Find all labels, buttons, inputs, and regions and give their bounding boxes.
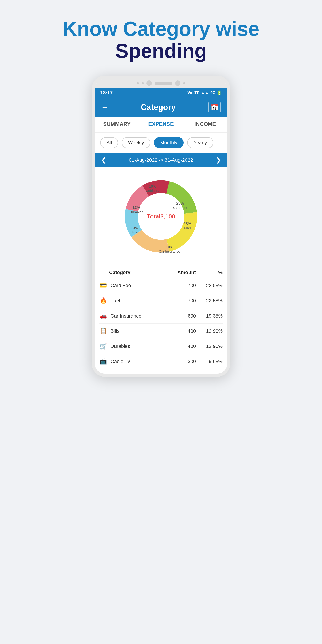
amt-cell: 700 xyxy=(169,298,196,304)
cat-cell: 🚗 Car Insurance xyxy=(99,312,169,319)
cat-cell: 💳 Card Fee xyxy=(99,282,169,289)
date-range-label: 01-Aug-2022 -> 31-Aug-2022 xyxy=(129,157,193,163)
dot-large xyxy=(146,80,152,86)
header-percent: % xyxy=(196,270,223,276)
label-fuel: 23% xyxy=(184,222,191,226)
page-heading: Know Category wise Spending xyxy=(62,18,260,62)
header-amount: Amount xyxy=(169,270,196,276)
dot-camera xyxy=(175,80,180,86)
app-title: Category xyxy=(141,103,176,112)
battery-icon: 🔋 xyxy=(217,90,222,95)
table-row: 🚗 Car Insurance 600 19.35% xyxy=(99,308,223,324)
cat-name: Bills xyxy=(110,328,120,334)
signal-icon: ▲▲ xyxy=(201,90,209,95)
cat-name: Card Fee xyxy=(110,283,131,288)
label-fuel-name: Fuel xyxy=(184,226,191,230)
label-card-fee: 23% xyxy=(176,201,184,206)
table-row: 🛒 Durables 400 12.90% xyxy=(99,339,223,354)
table-header: Category Amount % xyxy=(99,266,223,278)
volte-icon: VoLTE xyxy=(188,90,200,95)
donut-svg: 23% Card Fee 23% Fuel 19% Car Insurance … xyxy=(118,174,204,259)
cat-cell: 🛒 Durables xyxy=(99,343,169,350)
label-car-ins: 19% xyxy=(166,245,173,249)
cat-cell: 🔥 Fuel xyxy=(99,297,169,304)
pct-cell: 19.35% xyxy=(196,313,223,319)
date-range-bar: ❮ 01-Aug-2022 -> 31-Aug-2022 ❯ xyxy=(95,153,227,167)
pct-cell: 9.68% xyxy=(196,359,223,364)
label-card-fee-name: Card Fee xyxy=(173,206,187,210)
label-car-ins-name: Car Insurance xyxy=(159,250,180,253)
tab-bar: SUMMARY EXPENSE INCOME xyxy=(95,116,227,132)
amt-cell: 400 xyxy=(169,328,196,334)
table-row: 📋 Bills 400 12.90% xyxy=(99,324,223,339)
app-header: ← Category 📅 xyxy=(95,98,227,116)
phone-mockup: 18:17 VoLTE ▲▲ 4G 🔋 ← Category 📅 SUMMARY… xyxy=(92,76,230,377)
chart-area: 23% Card Fee 23% Fuel 19% Car Insurance … xyxy=(95,167,227,266)
label-durables-name: Durables xyxy=(130,210,143,214)
back-button[interactable]: ← xyxy=(101,103,108,111)
next-date-button[interactable]: ❯ xyxy=(216,156,221,164)
table-row: 💳 Card Fee 700 22.58% xyxy=(99,278,223,293)
heading-line1: Know Category wise xyxy=(62,18,260,40)
pct-cell: 22.58% xyxy=(196,298,223,304)
label-bills: 13% xyxy=(131,226,138,230)
cat-cell: 📋 Bills xyxy=(99,328,169,334)
tab-expense[interactable]: EXPENSE xyxy=(139,116,183,132)
heading-line2: Spending xyxy=(62,40,260,62)
status-time: 18:17 xyxy=(100,90,113,96)
calendar-button[interactable]: 📅 xyxy=(208,102,221,112)
filter-all[interactable]: All xyxy=(100,137,118,148)
cat-name: Cable Tv xyxy=(110,359,130,364)
table-row: 🔥 Fuel 700 22.58% xyxy=(99,293,223,308)
amt-cell: 700 xyxy=(169,283,196,288)
cat-icon: 📋 xyxy=(99,328,107,334)
speaker xyxy=(154,82,172,85)
phone-top-bar xyxy=(95,79,227,88)
amt-cell: 600 xyxy=(169,313,196,319)
category-table: Category Amount % 💳 Card Fee 700 22.58% … xyxy=(95,266,227,374)
dot2 xyxy=(142,82,144,84)
cat-name: Car Insurance xyxy=(110,313,141,319)
cat-name: Durables xyxy=(110,344,130,349)
amt-cell: 400 xyxy=(169,344,196,349)
donut-chart: 23% Card Fee 23% Fuel 19% Car Insurance … xyxy=(118,174,204,259)
pct-cell: 22.58% xyxy=(196,283,223,288)
prev-date-button[interactable]: ❮ xyxy=(101,156,106,164)
table-body: 💳 Card Fee 700 22.58% 🔥 Fuel 700 22.58% … xyxy=(99,278,223,369)
filter-row: All Weekly Monthly Yearly xyxy=(95,132,227,153)
cat-icon: 🛒 xyxy=(99,343,107,350)
label-durables: 13% xyxy=(132,206,140,210)
filter-yearly[interactable]: Yearly xyxy=(187,137,213,148)
header-category: Category xyxy=(99,270,169,276)
cat-cell: 📺 Cable Tv xyxy=(99,358,169,365)
tab-summary[interactable]: SUMMARY xyxy=(95,116,139,132)
cat-icon: 💳 xyxy=(99,282,107,289)
4g-icon: 4G xyxy=(210,90,216,95)
amt-cell: 300 xyxy=(169,359,196,364)
label-cable-tv: 10% xyxy=(149,184,156,188)
status-icons: VoLTE ▲▲ 4G 🔋 xyxy=(188,90,222,95)
filter-monthly[interactable]: Monthly xyxy=(154,137,184,148)
tab-income[interactable]: INCOME xyxy=(183,116,227,132)
filter-weekly[interactable]: Weekly xyxy=(122,137,150,148)
cat-icon: 📺 xyxy=(99,358,107,365)
table-row: 📺 Cable Tv 300 9.68% xyxy=(99,354,223,369)
cat-icon: 🔥 xyxy=(99,297,107,304)
label-cable-tv-name: Cable Tv xyxy=(146,189,160,192)
pct-cell: 12.90% xyxy=(196,328,223,334)
cat-icon: 🚗 xyxy=(99,312,107,319)
pct-cell: 12.90% xyxy=(196,344,223,349)
cat-name: Fuel xyxy=(110,298,120,304)
dot1 xyxy=(137,82,139,84)
dot3 xyxy=(183,82,185,84)
status-bar: 18:17 VoLTE ▲▲ 4G 🔋 xyxy=(95,88,227,98)
label-bills-name: Bills xyxy=(132,230,138,234)
